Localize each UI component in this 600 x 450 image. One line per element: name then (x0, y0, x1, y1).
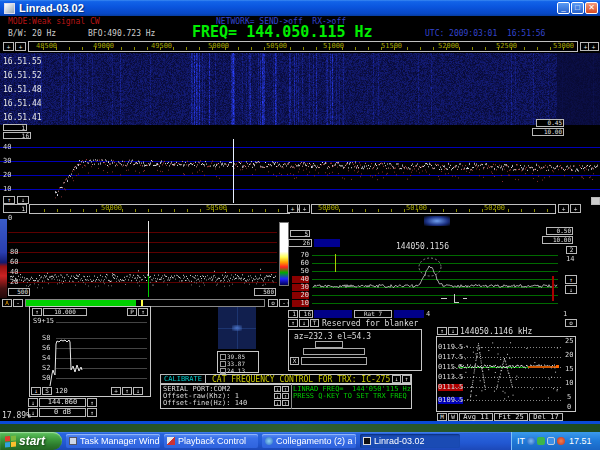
offset-up[interactable]: ↑ (282, 386, 289, 392)
smeter-plus-button[interactable]: + (111, 387, 121, 395)
bb-gain-upper[interactable]: 0.50 (546, 227, 573, 235)
spectrum-up-button[interactable]: ↑ (3, 196, 15, 204)
minus-button[interactable]: - (13, 299, 23, 307)
alert-icon[interactable] (557, 437, 565, 445)
offset-down[interactable]: ↓ (274, 400, 281, 406)
freq-step-value[interactable]: 144.060 (39, 398, 86, 407)
bb-box-26[interactable]: 26 (288, 239, 312, 247)
moon-x-button[interactable]: X (290, 357, 299, 365)
smeter-down-button[interactable]: ↓ (31, 387, 41, 395)
baseband-frequency-scale[interactable] (311, 204, 556, 214)
scale-tick-label: 52000 (438, 43, 459, 50)
waterfall-zoom-value-1[interactable]: 1 (3, 124, 27, 131)
scale-zoom-right-2[interactable]: + (588, 42, 599, 51)
smeter-up-button-2[interactable]: ↑ (138, 308, 148, 316)
waterfall-timestamp: 16.51.44 (3, 100, 42, 108)
hires-frequency-scale[interactable] (29, 204, 290, 214)
offset-down[interactable]: ↓ (274, 386, 281, 392)
hires-spectrum[interactable] (8, 219, 277, 298)
system-tray: IT 17.51 (511, 432, 600, 450)
smeter-value-box[interactable]: 10.000 (43, 308, 87, 316)
spectrum-down-button[interactable]: ↓ (17, 196, 29, 204)
bb-up-button[interactable]: ↑ (565, 275, 577, 284)
start-button[interactable]: start (0, 432, 62, 450)
main-spectrum[interactable] (0, 138, 600, 204)
bb-indicator-block-2[interactable] (394, 310, 424, 318)
smeter-down-button-2[interactable]: ↓ (133, 387, 143, 395)
afc-up-button[interactable]: ↑ (437, 327, 447, 335)
bb-zoom-left-1[interactable]: + (287, 204, 298, 213)
afc-del-button[interactable]: Del 17 (529, 413, 563, 421)
display-icon[interactable] (547, 437, 555, 445)
scale-zoom-left-2[interactable]: + (15, 42, 26, 51)
scale-zoom-left-1[interactable]: + (3, 42, 14, 51)
main-waterfall[interactable] (0, 53, 600, 125)
smeter-up-button-3[interactable]: ↑ (122, 387, 132, 395)
minimize-button[interactable]: _ (557, 2, 570, 14)
task-label: Linrad-03.02 (374, 436, 425, 446)
taskbar-playback-control[interactable]: Playback Control (164, 434, 258, 448)
smeter-up-button[interactable]: ↑ (32, 308, 42, 316)
db-axis-label: 60 (292, 260, 309, 267)
bb-down-button[interactable]: ↓ (565, 285, 577, 294)
offset-up[interactable]: ↑ (282, 400, 289, 406)
afc-avg-button[interactable]: Avg 11 (459, 413, 493, 421)
freq-step-down[interactable]: ↓ (28, 398, 38, 407)
bb-indicator-block-1[interactable] (314, 310, 352, 318)
hires-zoom-box[interactable]: 1 (3, 204, 27, 213)
cat-down-button[interactable]: ↓ (392, 375, 401, 383)
offset-down[interactable]: ↓ (274, 393, 281, 399)
calibrate-button[interactable]: CALIBRATE (160, 374, 206, 384)
maximize-button[interactable]: □ (571, 2, 584, 14)
bb-box-2[interactable]: 2 (566, 246, 577, 254)
language-indicator[interactable]: IT (517, 436, 525, 446)
bb-zoom-left-2[interactable]: + (299, 204, 310, 213)
antivirus-icon[interactable] (537, 437, 545, 445)
afc-fit-button[interactable]: Fit 25 (494, 413, 528, 421)
gain-step-value[interactable]: 0 dB (39, 408, 86, 417)
freq-step-up[interactable]: ↑ (87, 398, 97, 407)
bb-box-5[interactable]: 5 (290, 230, 310, 237)
bb-gain-lower[interactable]: 10.00 (542, 236, 573, 244)
afc-graph[interactable] (452, 337, 562, 411)
scroll-thumb[interactable] (591, 197, 600, 205)
clock[interactable]: 17.51 (569, 436, 592, 446)
waterfall-gain-lower[interactable]: 10.00 (532, 128, 564, 136)
scale-tick-label: 51500 (381, 43, 402, 50)
bb-mode-indicator[interactable] (314, 239, 340, 247)
taskbar-linrad[interactable]: Linrad-03.02 (360, 434, 460, 448)
update-icon[interactable] (527, 437, 535, 445)
o-button[interactable]: o (268, 299, 278, 307)
bb-blanker-down[interactable]: ↓ (299, 319, 309, 327)
afc-sn-label: 15 (565, 366, 573, 373)
bb-zoom-right-1[interactable]: + (558, 204, 569, 213)
smeter-s-button[interactable]: S (42, 387, 52, 395)
baseband-spectrum[interactable] (313, 252, 558, 308)
hires-range-right[interactable]: 500 (254, 288, 276, 296)
bb-row1-box16[interactable]: 16 (299, 310, 313, 318)
taskbar-connection[interactable]: Collegamento (2) a lin... (262, 434, 356, 448)
gain-step-up[interactable]: ↑ (87, 408, 97, 417)
hires-range-left[interactable]: 500 (8, 288, 30, 296)
smeter-graph[interactable] (48, 318, 148, 388)
bb-o-button[interactable]: o (565, 319, 577, 327)
bb-blanker-up[interactable]: ↑ (288, 319, 298, 327)
smeter-p-button[interactable]: P (127, 308, 137, 316)
bb-rat-box[interactable]: Rat 7 (354, 310, 392, 318)
scale-tick-label: 49500 (151, 43, 172, 50)
bb-row1-box1[interactable]: 1 (288, 310, 298, 318)
cat-up-button[interactable]: ↑ (402, 375, 411, 383)
bb-t-button[interactable]: T (310, 319, 319, 327)
coherence-display[interactable] (218, 307, 256, 349)
afc-w-button[interactable]: W (448, 413, 458, 421)
offset-up[interactable]: ↑ (282, 393, 289, 399)
tuning-cursor[interactable] (233, 139, 234, 203)
bb-zoom-right-2[interactable]: + (570, 204, 581, 213)
bb-row1-right-value: 1 (563, 311, 567, 318)
afc-m-button[interactable]: M (437, 413, 447, 421)
taskbar-task-manager[interactable]: Task Manager Windows (66, 434, 160, 448)
close-button[interactable]: ✕ (585, 2, 598, 14)
waterfall-gain-upper[interactable]: 0.45 (536, 119, 564, 127)
afc-a-button[interactable]: A (2, 299, 12, 307)
afc-down-button[interactable]: ↓ (448, 327, 458, 335)
